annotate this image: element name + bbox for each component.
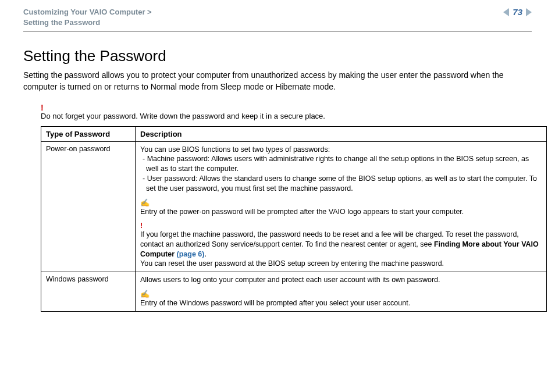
- table-header-row: Type of Password Description: [41, 126, 547, 141]
- breadcrumb: Customizing Your VAIO Computer > Setting…: [23, 7, 152, 28]
- next-page-icon[interactable]: [526, 8, 532, 16]
- cell-type-poweron: Power-on password: [41, 141, 136, 272]
- note-icon: ✍: [140, 290, 150, 298]
- warning-icon: !: [41, 104, 532, 112]
- poweron-warn: If you forget the machine password, the …: [140, 230, 542, 259]
- pager: 73: [503, 7, 532, 17]
- poweron-bullet1: - Machine password: Allows users with ad…: [140, 154, 542, 174]
- poweron-warn-tail: You can reset the user password at the B…: [140, 259, 542, 269]
- page-title: Setting the Password: [23, 47, 532, 65]
- prev-page-icon[interactable]: [503, 8, 509, 16]
- table-row: Windows password Allows users to log ont…: [41, 272, 547, 312]
- top-warning-block: ! Do not forget your password. Write dow…: [41, 104, 532, 120]
- top-warning-text: Do not forget your password. Write down …: [41, 112, 532, 120]
- cell-desc-poweron: You can use BIOS functions to set two ty…: [136, 141, 547, 272]
- warn-link-page[interactable]: (page 6): [177, 250, 205, 258]
- poweron-bullet2: - User password: Allows the standard use…: [140, 174, 542, 194]
- warn-text-b: .: [204, 250, 206, 258]
- th-description: Description: [136, 126, 547, 141]
- table-row: Power-on password You can use BIOS funct…: [41, 141, 547, 272]
- page-header: Customizing Your VAIO Computer > Setting…: [23, 7, 532, 32]
- breadcrumb-line1: Customizing Your VAIO Computer >: [23, 7, 152, 17]
- password-table: Type of Password Description Power-on pa…: [41, 126, 547, 312]
- cell-type-windows: Windows password: [41, 272, 136, 312]
- poweron-intro: You can use BIOS functions to set two ty…: [140, 145, 542, 155]
- note-icon: ✍: [140, 198, 150, 207]
- page-number: 73: [513, 7, 522, 17]
- poweron-note1: Entry of the power-on password will be p…: [140, 207, 542, 217]
- warning-icon: !: [140, 222, 143, 230]
- intro-paragraph: Setting the password allows you to prote…: [23, 70, 532, 92]
- breadcrumb-line2: Setting the Password: [23, 17, 152, 28]
- cell-desc-windows: Allows users to log onto your computer a…: [136, 272, 547, 312]
- windows-intro: Allows users to log onto your computer a…: [140, 275, 542, 285]
- th-type: Type of Password: [41, 126, 136, 141]
- windows-note1: Entry of the Windows password will be pr…: [140, 298, 542, 308]
